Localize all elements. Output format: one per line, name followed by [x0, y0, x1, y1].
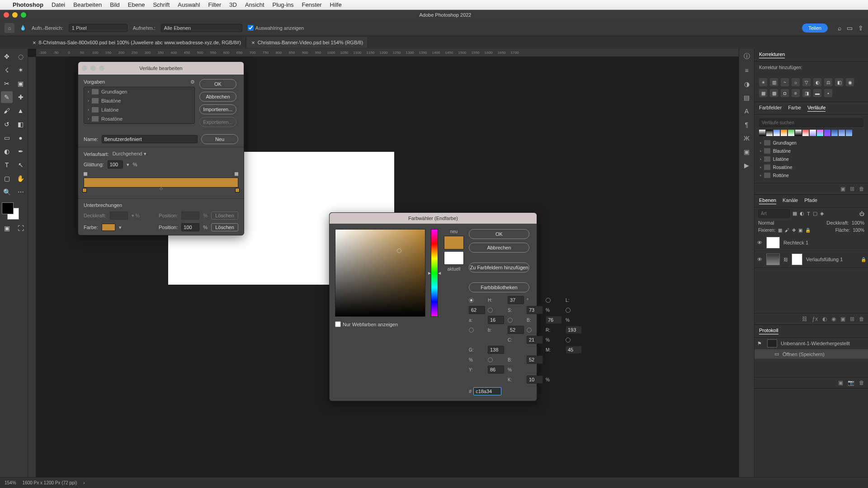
a-input[interactable]: [488, 316, 504, 324]
gradient-swatch[interactable]: [846, 130, 852, 136]
mask-thumb[interactable]: [792, 253, 802, 265]
lock-all-icon[interactable]: 🔒: [805, 228, 811, 233]
menu-ebene[interactable]: Ebene: [128, 1, 145, 8]
frame-tool[interactable]: ▣: [15, 78, 27, 89]
layer-fx-icon[interactable]: ƒx: [812, 316, 818, 322]
search-icon[interactable]: ⌕: [838, 24, 841, 32]
lock-icon[interactable]: 🔒: [861, 257, 866, 262]
kanale-tab[interactable]: Kanäle: [783, 197, 798, 204]
aufnehm-select[interactable]: Alle Ebenen: [161, 24, 242, 32]
menu-datei[interactable]: Datei: [52, 1, 65, 8]
ok-button[interactable]: OK: [469, 229, 529, 239]
gradient-swatch[interactable]: [839, 130, 845, 136]
quickmask-tool[interactable]: ▣: [1, 222, 13, 234]
hex-input[interactable]: [473, 387, 501, 395]
dialog-close[interactable]: [82, 66, 87, 71]
new-button[interactable]: Neu: [201, 134, 238, 144]
share-button[interactable]: Teilen: [802, 23, 828, 33]
history-brush-source-icon[interactable]: ⚑: [757, 341, 764, 347]
filter-toggle[interactable]: ⏻: [859, 211, 864, 216]
fill-value[interactable]: 100%: [853, 228, 864, 233]
close-icon[interactable]: ×: [33, 39, 36, 46]
wand-tool[interactable]: ✶: [15, 64, 27, 76]
edit-toolbar[interactable]: ⋯: [15, 186, 27, 198]
gear-icon[interactable]: ⚙: [190, 79, 195, 85]
trash-icon[interactable]: 🗑: [859, 186, 864, 192]
pen-tool[interactable]: ✒: [15, 145, 27, 157]
layer-row[interactable]: 👁 ⛓ Verlaufsfüllung 1 🔒: [755, 251, 868, 268]
g-input[interactable]: [488, 346, 504, 354]
document-tab[interactable]: ×8-Christmas-Sale-800x600.psd bei 100% (…: [28, 37, 246, 48]
color-balance-icon[interactable]: ⚖: [824, 78, 832, 86]
visibility-icon[interactable]: 👁: [756, 240, 763, 245]
c-input[interactable]: [527, 336, 543, 344]
new-group-icon[interactable]: ▣: [840, 316, 845, 322]
lock-artboard-icon[interactable]: ▣: [798, 228, 802, 233]
layer-filter-input[interactable]: [758, 209, 790, 218]
channelmixer-icon[interactable]: ▦: [759, 89, 767, 97]
gradient-swatch[interactable]: [766, 130, 773, 136]
posterize-icon[interactable]: ≡: [792, 89, 800, 97]
protokoll-tab[interactable]: Protokoll: [759, 328, 778, 334]
dialog-min[interactable]: [90, 66, 96, 71]
gradient-swatch[interactable]: [810, 130, 816, 136]
vibrance-icon[interactable]: ▽: [802, 78, 811, 86]
libraries-panel-icon[interactable]: ▤: [744, 94, 750, 101]
y-input[interactable]: [488, 366, 504, 374]
bb-radio[interactable]: [488, 357, 493, 362]
gradient-swatch[interactable]: [759, 130, 765, 136]
menu-3d[interactable]: 3D: [229, 1, 237, 8]
menu-auswahl[interactable]: Auswahl: [178, 1, 200, 8]
gradient-folder[interactable]: ›Rottöne: [759, 171, 863, 179]
lasso-tool[interactable]: ☇: [1, 64, 13, 76]
zoom-tool[interactable]: 🔍: [1, 186, 13, 198]
menu-filter[interactable]: Filter: [208, 1, 221, 8]
dialog-zoom[interactable]: [99, 66, 104, 71]
menu-bild[interactable]: Bild: [110, 1, 120, 8]
filter-shape-icon[interactable]: ▢: [813, 211, 817, 216]
delete-button[interactable]: Löschen: [211, 223, 238, 231]
levels-icon[interactable]: ▥: [770, 78, 778, 86]
home-icon[interactable]: ⌂: [5, 23, 14, 33]
snapshot-icon[interactable]: 📷: [848, 380, 854, 386]
gradient-editor-titlebar[interactable]: Verläufe bearbeiten: [78, 62, 244, 75]
marquee-tool[interactable]: ◌: [15, 51, 27, 62]
r-radio[interactable]: [527, 328, 532, 333]
filter-type-icon[interactable]: T: [807, 211, 810, 216]
dodge-tool[interactable]: ◐: [1, 145, 13, 157]
gradient-folder[interactable]: ›Lilatöne: [759, 155, 863, 163]
pfade-tab[interactable]: Pfade: [804, 197, 817, 204]
history-row[interactable]: ▭ Öffnen (Speichern): [755, 349, 868, 359]
menu-ansicht[interactable]: Ansicht: [245, 1, 264, 8]
r-input[interactable]: [566, 326, 582, 334]
curves-icon[interactable]: ~: [781, 78, 789, 86]
gradient-swatch[interactable]: [781, 130, 787, 136]
menu-bearbeiten[interactable]: Bearbeiten: [73, 1, 102, 8]
gradient-swatch[interactable]: [788, 130, 794, 136]
adjustment-layer-icon[interactable]: ◉: [831, 316, 836, 322]
blend-mode-select[interactable]: Normal: [758, 220, 824, 225]
close-icon[interactable]: ×: [251, 39, 255, 46]
crop-tool[interactable]: ✂: [1, 78, 13, 89]
gradient-swatch[interactable]: [817, 130, 823, 136]
blur-tool[interactable]: ●: [15, 132, 27, 144]
ebenen-tab[interactable]: Ebenen: [759, 197, 776, 204]
l-input[interactable]: [469, 306, 485, 314]
opacity-stop[interactable]: [84, 172, 87, 176]
path-select-tool[interactable]: ↖: [15, 159, 27, 171]
shape-tool[interactable]: ▢: [1, 173, 13, 184]
brush-tool[interactable]: 🖌: [1, 105, 13, 117]
glyphs-panel-icon[interactable]: Ж: [744, 135, 750, 142]
hue-slider[interactable]: [431, 229, 438, 317]
add-swatch-button[interactable]: Zu Farbfeldern hinzufügen: [469, 263, 529, 272]
lock-pos-icon[interactable]: ✥: [792, 228, 796, 233]
hand-tool[interactable]: ✋: [15, 173, 27, 184]
window-close[interactable]: [4, 12, 9, 18]
filter-smart-icon[interactable]: ◈: [820, 211, 824, 216]
threshold-icon[interactable]: ◨: [802, 89, 811, 97]
smoothness-input[interactable]: [108, 160, 123, 169]
a-radio[interactable]: [566, 308, 571, 313]
gradient-swatch[interactable]: [824, 130, 830, 136]
new-doc-from-state-icon[interactable]: ▣: [838, 380, 843, 386]
styles-panel-icon[interactable]: ▣: [744, 148, 750, 155]
